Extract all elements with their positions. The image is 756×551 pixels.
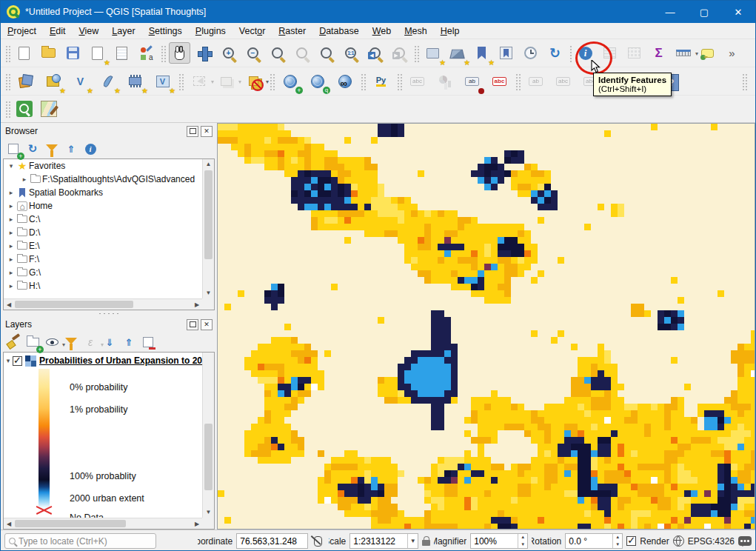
- browser-item-e[interactable]: ▸E:\: [4, 239, 202, 253]
- new-shapefile-icon[interactable]: V: [70, 70, 91, 92]
- zoom-next-icon[interactable]: ▶: [389, 42, 410, 64]
- scroll-down-icon[interactable]: ▼: [203, 288, 214, 298]
- expander-icon[interactable]: ▸: [7, 202, 16, 210]
- menu-web[interactable]: Web: [366, 24, 398, 38]
- expander-icon[interactable]: ▸: [7, 242, 16, 250]
- locate-input[interactable]: [19, 536, 152, 547]
- toolbar-overflow-icon[interactable]: »: [721, 42, 743, 64]
- menu-edit[interactable]: Edit: [43, 24, 73, 38]
- deselect-all-icon[interactable]: [243, 70, 264, 92]
- layer-name[interactable]: Probabilities of Urban Expansion to 20: [39, 355, 214, 366]
- open-project-icon[interactable]: [38, 42, 59, 64]
- browser-close-button[interactable]: [201, 126, 213, 137]
- menu-database[interactable]: Database: [312, 24, 366, 38]
- expander-icon[interactable]: ▸: [7, 282, 16, 290]
- scroll-up-icon[interactable]: ▲: [203, 159, 214, 170]
- show-hide-labels-icon[interactable]: abc: [552, 70, 574, 92]
- manage-map-themes-icon[interactable]: [43, 333, 61, 351]
- zoom-last-icon[interactable]: ◀: [364, 42, 386, 64]
- expand-all-icon[interactable]: ⇓: [101, 333, 118, 351]
- show-statistics-icon[interactable]: Σ: [648, 42, 669, 64]
- select-by-form-icon[interactable]: [215, 70, 237, 92]
- rotation-spinbox[interactable]: ▲▼: [565, 533, 623, 549]
- rotation-input[interactable]: [566, 536, 612, 547]
- menu-view[interactable]: View: [72, 24, 105, 38]
- scrollbar-thumb[interactable]: [15, 520, 126, 527]
- layers-vertical-scrollbar[interactable]: ▼: [202, 353, 214, 518]
- metasearch-search-icon[interactable]: [307, 70, 328, 92]
- filter-legend-icon[interactable]: [62, 333, 80, 351]
- metasearch-add-service-icon[interactable]: [279, 70, 301, 92]
- extents-toggle-icon[interactable]: [312, 535, 325, 547]
- filter-browser-icon[interactable]: [43, 140, 61, 158]
- menu-help[interactable]: Help: [434, 24, 466, 38]
- locator-search[interactable]: [4, 533, 156, 549]
- map-tips-icon[interactable]: [697, 42, 718, 64]
- browser-item-g[interactable]: ▸G:\: [4, 266, 202, 279]
- add-group-icon[interactable]: [24, 333, 41, 351]
- crs-status[interactable]: EPSG:4326: [688, 536, 735, 547]
- pin-labels-icon[interactable]: ab: [461, 70, 483, 92]
- add-selected-layers-icon[interactable]: [4, 140, 22, 158]
- close-button[interactable]: ✕: [721, 1, 755, 23]
- layout-manager-icon[interactable]: [111, 42, 133, 64]
- zoom-full-extent-icon[interactable]: [267, 42, 288, 64]
- zoom-to-selection-icon[interactable]: [291, 42, 312, 64]
- save-project-icon[interactable]: [62, 42, 84, 64]
- browser-item-home[interactable]: ▸⌂Home: [4, 199, 202, 213]
- scroll-left-icon[interactable]: ◀: [4, 518, 14, 529]
- crs-globe-icon[interactable]: [673, 535, 684, 547]
- identify-features-icon[interactable]: i: [575, 42, 596, 64]
- refresh-browser-icon[interactable]: ↻: [24, 140, 41, 158]
- browser-item-d[interactable]: ▸D:\: [4, 226, 202, 239]
- scroll-down-icon[interactable]: ▼: [203, 507, 214, 518]
- expander-icon[interactable]: ▾: [7, 162, 16, 170]
- pan-map-icon[interactable]: [169, 42, 190, 64]
- expander-icon[interactable]: ▸: [7, 216, 16, 223]
- spin-buttons[interactable]: ▲▼: [612, 534, 622, 548]
- menu-plugins[interactable]: Plugins: [189, 24, 233, 38]
- select-features-icon[interactable]: [188, 70, 210, 92]
- scale-lock-icon[interactable]: [422, 540, 430, 546]
- scrollbar-thumb[interactable]: [204, 424, 213, 490]
- menu-mesh[interactable]: Mesh: [398, 24, 434, 38]
- layers-float-button[interactable]: [187, 319, 198, 330]
- maximize-button[interactable]: ▢: [687, 1, 721, 23]
- expander-icon[interactable]: ▸: [20, 176, 29, 183]
- browser-item-f-spatialthoughts-advqgis-advanced[interactable]: ▸F:\Spatialthoughts\AdvQGIS\advanced: [4, 173, 202, 186]
- remove-layer-icon[interactable]: [139, 333, 157, 351]
- browser-item-h[interactable]: ▸H:\: [4, 279, 202, 293]
- scroll-right-icon[interactable]: ▶: [192, 518, 202, 529]
- new-spatial-bookmark-icon[interactable]: [471, 42, 492, 64]
- expander-icon[interactable]: ▸: [7, 189, 16, 196]
- filter-by-expression-icon[interactable]: ε: [81, 333, 99, 351]
- layer-diagram-icon[interactable]: [434, 70, 455, 92]
- zoom-native-icon[interactable]: 1:1: [340, 42, 361, 64]
- data-source-manager-icon[interactable]: [15, 70, 36, 92]
- browser-item-spatial-bookmarks[interactable]: ▸Spatial Bookmarks: [4, 186, 202, 199]
- magnifier-spinbox[interactable]: ▲▼: [470, 533, 528, 549]
- statistical-summary-icon[interactable]: [623, 42, 645, 64]
- layer-visibility-checkbox[interactable]: [13, 356, 22, 366]
- move-label-icon[interactable]: ab: [525, 70, 546, 92]
- scale-dropdown-icon[interactable]: ▼: [407, 534, 418, 548]
- minimize-button[interactable]: —: [653, 1, 687, 23]
- scroll-right-icon[interactable]: ▶: [192, 299, 202, 310]
- menu-raster[interactable]: Raster: [272, 24, 312, 38]
- osm-place-search-icon[interactable]: [334, 70, 355, 92]
- style-manager-icon[interactable]: [136, 42, 157, 64]
- new-map-view-icon[interactable]: [422, 42, 444, 64]
- pan-to-selection-icon[interactable]: [193, 42, 215, 64]
- new-3d-map-view-icon[interactable]: [446, 42, 468, 64]
- show-spatial-bookmarks-icon[interactable]: [495, 42, 517, 64]
- open-layer-styling-icon[interactable]: [4, 333, 22, 351]
- new-geopackage-icon[interactable]: [42, 70, 64, 92]
- new-project-icon[interactable]: [13, 42, 35, 64]
- scale-input[interactable]: [350, 536, 407, 547]
- coordinate-input[interactable]: [237, 536, 307, 547]
- new-memory-layer-icon[interactable]: [124, 70, 146, 92]
- new-virtual-layer-icon[interactable]: V: [152, 70, 173, 92]
- render-checkbox[interactable]: [626, 536, 636, 546]
- zoom-in-icon[interactable]: +: [218, 42, 239, 64]
- browser-horizontal-scrollbar[interactable]: ◀ ▶: [4, 298, 202, 310]
